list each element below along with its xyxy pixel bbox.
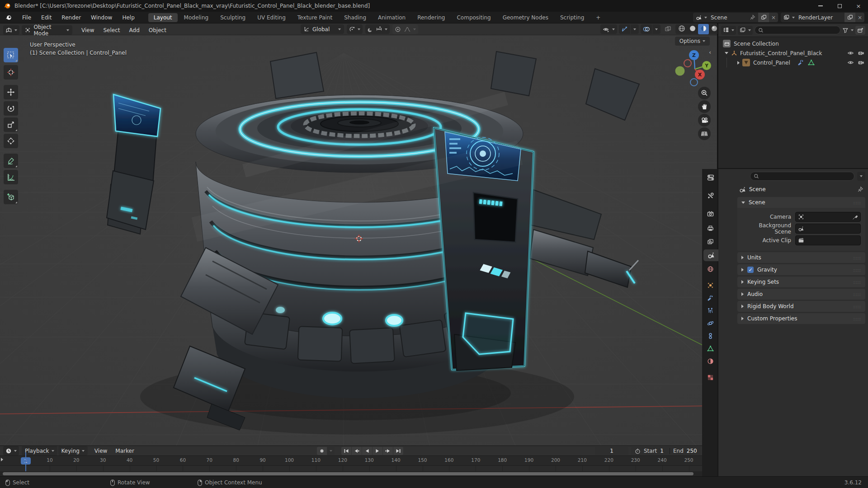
next-keyframe-button[interactable] [383, 447, 393, 455]
transform-orientation-selector[interactable]: Global [301, 24, 344, 34]
object-visibility-toggle[interactable] [600, 24, 617, 34]
tab-uv-editing[interactable]: UV Editing [252, 13, 291, 22]
camera-field[interactable] [795, 212, 861, 222]
toggle-orthographic-button[interactable] [698, 127, 711, 140]
tab-view-layer[interactable] [703, 236, 717, 248]
prev-keyframe-button[interactable] [352, 447, 362, 455]
mode-selector[interactable]: Object Mode [22, 25, 72, 35]
pin-icon[interactable] [750, 14, 755, 20]
active-clip-field[interactable] [795, 235, 861, 245]
panel-drag-dots-icon[interactable]: :::: [854, 304, 861, 309]
disable-render-camera-icon[interactable] [858, 50, 864, 56]
tab-scripting[interactable]: Scripting [555, 13, 590, 22]
tab-texture[interactable] [703, 371, 717, 383]
menu-render[interactable]: Render [57, 12, 86, 23]
tab-layout[interactable]: Layout [148, 13, 178, 22]
outliner-row-futuristic-control-panel[interactable]: Futuristic_Control_Panel_Black [718, 48, 868, 58]
keying-sets-panel[interactable]: Keying Sets :::: [737, 277, 865, 287]
tool-cursor[interactable] [4, 65, 18, 80]
tool-move[interactable] [4, 85, 18, 99]
zoom-view-button[interactable] [698, 87, 711, 99]
timeline-track[interactable] [0, 466, 717, 471]
new-scene-button[interactable] [758, 13, 769, 22]
blender-app-menu[interactable] [0, 12, 17, 23]
outliner-display-mode[interactable] [738, 26, 753, 35]
play-reverse-button[interactable] [362, 447, 372, 455]
end-value[interactable]: 250 [687, 448, 697, 454]
audio-panel[interactable]: Audio :::: [737, 289, 865, 300]
show-overlays-toggle[interactable] [641, 24, 652, 34]
disclosure-collapsed-icon[interactable] [737, 61, 740, 65]
tab-modifiers[interactable] [703, 292, 717, 304]
tab-object[interactable] [703, 279, 717, 291]
outliner-row-scene-collection[interactable]: Scene Collection [718, 39, 868, 48]
tab-output[interactable] [703, 222, 717, 234]
viewport-3d[interactable]: User Perspective (1) Scene Collection | … [0, 35, 717, 446]
play-button[interactable] [373, 447, 382, 455]
menu-window[interactable]: Window [86, 12, 117, 23]
menu-object[interactable]: Object [144, 24, 171, 36]
timeline-scrollbar[interactable] [3, 472, 693, 475]
scene-selector[interactable]: Scene [693, 13, 758, 22]
hide-eye-icon[interactable] [847, 60, 854, 66]
jump-to-end-button[interactable] [393, 447, 403, 455]
hide-eye-icon[interactable] [847, 50, 854, 56]
tab-scene[interactable] [703, 249, 718, 261]
remove-layer-button[interactable]: × [855, 13, 864, 22]
menu-help[interactable]: Help [117, 12, 139, 23]
tab-physics[interactable] [703, 317, 717, 329]
tab-render[interactable] [703, 208, 717, 220]
tab-constraints[interactable] [703, 330, 717, 342]
disclosure-expanded-icon[interactable] [725, 52, 728, 54]
playhead-line[interactable] [25, 452, 26, 471]
camera-view-button[interactable] [698, 114, 711, 127]
tool-select-box[interactable] [4, 48, 18, 62]
start-value[interactable]: 1 [660, 448, 664, 454]
units-panel[interactable]: Units :::: [737, 252, 865, 263]
minimize-button[interactable] [811, 0, 830, 12]
pivot-point-selector[interactable] [347, 24, 363, 34]
eyedropper-icon[interactable] [852, 214, 858, 220]
shading-wireframe-button[interactable] [676, 24, 687, 34]
panel-drag-dots-icon[interactable]: :::: [854, 292, 861, 297]
add-workspace-button[interactable]: + [590, 13, 606, 22]
tab-geometry-nodes[interactable]: Geometry Nodes [497, 13, 554, 22]
current-frame-field[interactable]: 1 [595, 447, 628, 455]
jump-to-start-button[interactable] [341, 447, 351, 455]
panel-drag-dots-icon[interactable]: :::: [854, 316, 861, 321]
panel-drag-dots-icon[interactable]: :::: [854, 280, 861, 285]
auto-keying-button[interactable] [317, 447, 327, 455]
tab-world[interactable] [703, 263, 717, 275]
unlink-scene-button[interactable]: × [769, 13, 778, 22]
tab-tool[interactable] [703, 190, 717, 202]
new-collection-button[interactable] [855, 26, 865, 35]
tab-object-data[interactable] [703, 343, 717, 354]
properties-editor-type[interactable] [703, 172, 717, 183]
gizmo-neg-x[interactable] [684, 60, 691, 67]
gravity-checkbox[interactable]: ✓ [747, 267, 754, 273]
tool-add-cube[interactable] [4, 190, 18, 204]
tool-rotate[interactable] [4, 101, 18, 116]
timeline-ruler[interactable]: 1020304050607080901001101201301401501601… [0, 456, 717, 466]
background-scene-field[interactable] [795, 224, 861, 234]
menu-file[interactable]: File [17, 12, 36, 23]
pin-icon[interactable] [857, 186, 863, 192]
panel-drag-dots-icon[interactable]: :::: [854, 255, 861, 260]
scene-panel-header[interactable]: Scene :::: [737, 197, 865, 208]
tool-annotate[interactable] [4, 154, 18, 168]
tab-sculpting[interactable]: Sculpting [215, 13, 251, 22]
tool-measure[interactable] [4, 170, 18, 184]
tool-scale[interactable] [4, 117, 18, 132]
outliner-search-input[interactable] [755, 26, 840, 34]
tab-texture-paint[interactable]: Texture Paint [292, 13, 338, 22]
tab-shading[interactable]: Shading [339, 13, 372, 22]
tab-material[interactable] [703, 355, 717, 367]
pan-view-button[interactable] [698, 100, 711, 113]
gizmo-dropdown[interactable] [631, 24, 639, 34]
sidebar-collapse-toggle[interactable]: ‹ [709, 49, 711, 56]
custom-properties-panel[interactable]: Custom Properties :::: [737, 313, 865, 324]
render-layer-selector[interactable]: RenderLayer [781, 13, 844, 22]
panel-drag-dots-icon[interactable]: :::: [854, 267, 861, 272]
new-layer-button[interactable] [844, 13, 855, 22]
outliner-filter-button[interactable] [842, 27, 854, 33]
